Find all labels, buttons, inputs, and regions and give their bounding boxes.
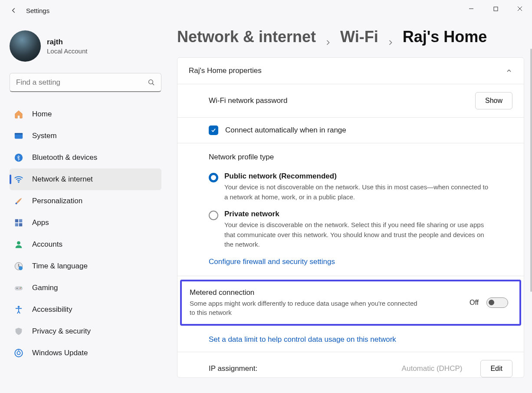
profile-name: rajth — [47, 38, 87, 46]
radio-private-desc: Your device is discoverable on the netwo… — [224, 220, 493, 250]
nav-label: Personalization — [32, 197, 82, 205]
breadcrumb: Network & internet Wi-Fi Raj's Home — [177, 28, 524, 46]
breadcrumb-mid[interactable]: Wi-Fi — [340, 28, 378, 46]
nav-bluetooth[interactable]: Bluetooth & devices — [10, 147, 161, 168]
nav-system[interactable]: System — [10, 125, 161, 147]
nav-accessibility[interactable]: Accessibility — [10, 299, 161, 320]
breadcrumb-current: Raj's Home — [403, 28, 487, 46]
network-profile-title: Network profile type — [209, 153, 512, 162]
radio-private-label: Private network — [224, 210, 493, 218]
maximize-button[interactable] — [483, 0, 508, 17]
nav-label: Accounts — [32, 240, 62, 249]
nav-label: Network & internet — [32, 175, 93, 184]
nav-label: Apps — [32, 218, 49, 227]
svg-rect-14 — [19, 223, 22, 226]
nav-label: Windows Update — [32, 349, 88, 357]
radio-dot-selected[interactable] — [209, 173, 218, 182]
properties-card: Raj's Home properties Wi-Fi network pass… — [177, 57, 524, 378]
gamepad-icon — [14, 283, 23, 293]
metered-state: Off — [470, 299, 479, 307]
close-button[interactable] — [508, 0, 532, 17]
chevron-right-icon — [386, 33, 395, 41]
network-profile-section: Network profile type Public network (Rec… — [177, 143, 524, 276]
ip-edit-button[interactable]: Edit — [480, 360, 512, 377]
svg-point-17 — [19, 266, 23, 270]
nav-personalization[interactable]: Personalization — [10, 190, 161, 212]
nav-time[interactable]: Time & language — [10, 255, 161, 277]
metered-toggle[interactable] — [486, 297, 508, 308]
person-icon — [14, 240, 23, 249]
avatar — [10, 30, 41, 62]
brush-icon — [14, 196, 23, 206]
svg-rect-1 — [494, 7, 498, 11]
ip-value: Automatic (DHCP) — [402, 364, 463, 373]
metered-connection-row[interactable]: Metered connection Some apps might work … — [180, 280, 521, 326]
nav-accounts[interactable]: Accounts — [10, 234, 161, 255]
ip-label: IP assignment: — [209, 364, 257, 373]
clock-globe-icon — [14, 261, 23, 271]
profile-subtext: Local Account — [47, 47, 87, 55]
back-icon[interactable] — [10, 6, 18, 15]
nav-gaming[interactable]: Gaming — [10, 277, 161, 299]
svg-rect-13 — [15, 223, 18, 226]
nav-label: Bluetooth & devices — [32, 153, 97, 162]
radio-public[interactable]: Public network (Recommended) Your device… — [209, 172, 512, 202]
svg-point-4 — [149, 80, 153, 84]
svg-rect-11 — [15, 219, 18, 222]
system-icon — [14, 131, 23, 141]
card-header-title: Raj's Home properties — [189, 66, 262, 75]
firewall-link[interactable]: Configure firewall and security settings — [209, 258, 512, 266]
nav-label: Home — [32, 110, 52, 119]
radio-dot-unselected[interactable] — [209, 211, 218, 220]
nav-label: Time & language — [32, 262, 88, 271]
auto-connect-label: Connect automatically when in range — [225, 126, 346, 135]
main-pane: Network & internet Wi-Fi Raj's Home Raj'… — [169, 21, 532, 393]
nav-home[interactable]: Home — [10, 103, 161, 125]
scrollbar[interactable] — [530, 49, 532, 292]
chevron-up-icon — [506, 67, 512, 74]
nav-label: Gaming — [32, 284, 58, 292]
svg-rect-7 — [15, 133, 23, 135]
svg-rect-18 — [15, 286, 23, 290]
minimize-button[interactable] — [459, 0, 483, 17]
nav-label: System — [32, 132, 57, 140]
svg-point-19 — [16, 288, 17, 289]
titlebar: Settings — [0, 0, 532, 21]
wifi-password-row: Wi-Fi network password Show — [177, 84, 524, 118]
radio-private[interactable]: Private network Your device is discovera… — [209, 210, 512, 250]
nav-apps[interactable]: Apps — [10, 212, 161, 234]
metered-title: Metered connection — [190, 288, 462, 297]
apps-icon — [14, 218, 23, 228]
home-icon — [14, 109, 23, 119]
auto-connect-row[interactable]: Connect automatically when in range — [177, 118, 524, 143]
data-limit-link[interactable]: Set a data limit to help control data us… — [209, 335, 396, 343]
update-icon — [14, 348, 23, 358]
profile-block[interactable]: rajth Local Account — [10, 30, 161, 62]
svg-point-15 — [17, 241, 20, 244]
bluetooth-icon — [14, 153, 23, 162]
auto-connect-checkbox[interactable] — [209, 125, 218, 135]
window-title: Settings — [26, 7, 49, 14]
sidebar: rajth Local Account Home System Bluetoot… — [0, 21, 169, 393]
search-icon — [148, 79, 155, 86]
wifi-icon — [14, 175, 23, 184]
svg-point-21 — [20, 287, 21, 288]
nav-update[interactable]: Windows Update — [10, 342, 161, 364]
svg-line-5 — [152, 83, 154, 85]
metered-desc: Some apps might work differently to redu… — [190, 299, 424, 317]
nav-privacy[interactable]: Privacy & security — [10, 320, 161, 342]
radio-public-desc: Your device is not discoverable on the n… — [224, 182, 493, 202]
svg-rect-12 — [19, 219, 22, 222]
wifi-password-label: Wi-Fi network password — [209, 96, 475, 105]
show-password-button[interactable]: Show — [475, 92, 512, 109]
card-header[interactable]: Raj's Home properties — [177, 58, 524, 84]
nav-label: Privacy & security — [32, 327, 91, 336]
search-input[interactable] — [10, 73, 161, 92]
breadcrumb-root[interactable]: Network & internet — [177, 28, 316, 46]
ip-assignment-row: IP assignment: Automatic (DHCP) Edit — [177, 352, 524, 377]
nav-network[interactable]: Network & internet — [10, 168, 161, 190]
shield-icon — [14, 327, 23, 336]
svg-point-10 — [15, 202, 17, 204]
chevron-right-icon — [324, 33, 332, 41]
nav-label: Accessibility — [32, 305, 72, 314]
